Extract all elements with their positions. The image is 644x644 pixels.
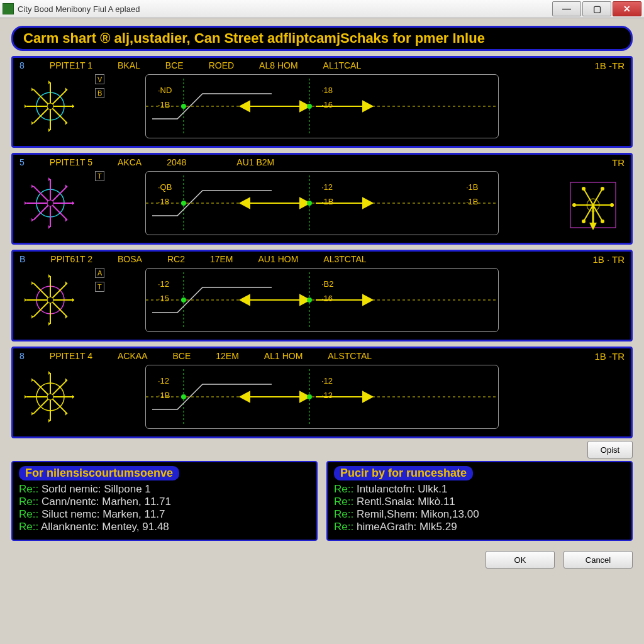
side-indicator: 1B -TR xyxy=(594,351,625,362)
svg-point-17 xyxy=(47,103,53,109)
opist-button[interactable]: Opist xyxy=(587,441,633,458)
banner-text: Carm shart ® alj,ustadier, Can Street ad… xyxy=(11,26,633,51)
svg-marker-25 xyxy=(363,101,372,111)
svg-point-67 xyxy=(582,187,586,191)
left-info-title: For nilensiscourtumsoenve xyxy=(19,466,179,480)
svg-line-107 xyxy=(33,397,50,414)
svg-marker-71 xyxy=(589,223,597,230)
maximize-button[interactable]: ▢ xyxy=(582,1,611,16)
info-line: Re:: Remil,Shem: Mikon,13.00 xyxy=(334,508,625,521)
svg-point-59 xyxy=(610,203,614,207)
window-title: City Bood Menibony Fiul A eplaed xyxy=(18,4,552,14)
info-line: Re:: Intulanctofn: Ulkk.1 xyxy=(334,483,625,496)
svg-line-60 xyxy=(593,205,602,221)
info-line: Re:: Sorld nemic: Sillpone 1 xyxy=(19,483,310,496)
svg-marker-8 xyxy=(31,121,33,125)
cam-panel-2[interactable]: B PPIT61T 2BOSARC217EMAU1 HOMAL3TCTAL 1B… xyxy=(11,250,633,341)
cancel-button[interactable]: Cancel xyxy=(564,551,633,569)
svg-marker-94 xyxy=(240,295,250,305)
svg-point-61 xyxy=(601,219,604,223)
svg-line-79 xyxy=(33,300,50,317)
svg-line-87 xyxy=(50,283,67,300)
compass-icon xyxy=(22,175,79,231)
mid-values: ·12·13 xyxy=(321,376,333,400)
panel-header: B PPIT61T 2BOSARC217EMAU1 HOMAL3TCTAL xyxy=(13,254,631,264)
svg-line-62 xyxy=(584,205,593,221)
titlebar: City Bood Menibony Fiul A eplaed — ▢ ✕ xyxy=(0,0,644,18)
cam-panel-3[interactable]: 8 PPITE1T 4ACKAABCE12EMAL1 HOMALSTCTAL 1… xyxy=(11,347,633,438)
compass-icon xyxy=(22,78,79,135)
svg-line-75 xyxy=(50,300,67,317)
svg-line-11 xyxy=(33,89,50,106)
left-values: ·12·1B xyxy=(158,376,170,400)
panel-header: 8 PPITE1T 1BKALBCEROEDAL8 HOMAL1TCAL xyxy=(13,60,631,70)
side-indicator: 1B · TR xyxy=(592,254,625,265)
cam-panel-1[interactable]: 5 PPITE1T 5AKCA2048AU1 B2M TR T xyxy=(11,153,633,245)
svg-point-117 xyxy=(47,394,53,400)
right-info-box: Pucir by for runceshate Re:: Intulanctof… xyxy=(326,461,633,541)
svg-marker-12 xyxy=(31,87,33,91)
side-indicator: 1B -TR xyxy=(594,60,625,71)
svg-line-115 xyxy=(50,380,67,397)
info-line: Re:: himeAGrath: Mlk5.29 xyxy=(334,521,625,533)
svg-point-65 xyxy=(572,203,576,207)
svg-line-35 xyxy=(33,203,50,220)
svg-marker-97 xyxy=(363,295,372,305)
side-indicator: TR xyxy=(612,157,625,168)
axis-labels: VB xyxy=(95,74,104,98)
svg-point-89 xyxy=(47,297,53,303)
info-line: Re:: Siluct nemc: Marken, 11.7 xyxy=(19,508,310,521)
ok-button[interactable]: OK xyxy=(486,551,555,569)
aux-compass-icon xyxy=(568,180,618,230)
svg-point-69 xyxy=(601,187,604,191)
left-values: ·QB·18 xyxy=(158,182,172,206)
svg-line-3 xyxy=(50,106,67,123)
svg-marker-74 xyxy=(72,298,74,302)
mid-values: ·18·16 xyxy=(321,86,333,109)
svg-marker-82 xyxy=(25,298,26,302)
panel-header: 8 PPITE1T 4ACKAABCE12EMAL1 HOMALSTCTAL xyxy=(13,351,631,361)
app-icon xyxy=(3,3,14,14)
compass-icon xyxy=(22,369,79,425)
svg-marker-30 xyxy=(72,201,74,205)
svg-marker-122 xyxy=(240,392,250,402)
compass-icon xyxy=(22,272,79,328)
svg-point-54 xyxy=(181,201,186,206)
svg-line-15 xyxy=(50,89,67,106)
axis-labels: AT xyxy=(95,268,104,292)
info-line: Re:: Rentl.Snala: Mlkò.11 xyxy=(334,496,625,508)
svg-line-83 xyxy=(33,283,50,300)
left-values: ·ND·1B xyxy=(158,86,172,109)
info-line: Re:: Cann/nentc: Marhen, 11.71 xyxy=(19,496,310,508)
svg-point-99 xyxy=(307,297,312,303)
svg-marker-40 xyxy=(31,184,33,188)
svg-marker-2 xyxy=(72,104,74,108)
svg-point-27 xyxy=(307,104,312,109)
svg-line-68 xyxy=(593,189,602,205)
svg-line-103 xyxy=(50,397,67,414)
svg-marker-38 xyxy=(25,201,26,205)
svg-point-55 xyxy=(307,201,312,206)
svg-line-31 xyxy=(50,203,67,220)
panel-header: 5 PPITE1T 5AKCA2048AU1 B2M xyxy=(13,157,631,167)
svg-line-66 xyxy=(584,189,593,205)
right-info-title: Pucir by for runceshate xyxy=(334,466,473,480)
close-button[interactable]: ✕ xyxy=(613,1,641,16)
svg-marker-112 xyxy=(31,378,33,382)
cam-panel-0[interactable]: 8 PPITE1T 1BKALBCEROEDAL8 HOMAL1TCAL 1B … xyxy=(11,56,633,148)
minimize-button[interactable]: — xyxy=(552,1,581,16)
left-values: ·12·15 xyxy=(158,279,169,303)
right-values: ·1B·1B xyxy=(466,182,479,206)
svg-point-63 xyxy=(582,219,586,223)
svg-marker-80 xyxy=(31,315,33,319)
svg-marker-102 xyxy=(72,395,74,399)
svg-point-98 xyxy=(181,297,186,303)
svg-line-7 xyxy=(33,106,50,123)
svg-point-26 xyxy=(181,104,186,109)
svg-marker-110 xyxy=(25,395,26,399)
svg-marker-108 xyxy=(31,412,33,416)
svg-marker-125 xyxy=(363,392,372,402)
left-info-box: For nilensiscourtumsoenve Re:: Sorld nem… xyxy=(11,461,318,541)
svg-point-126 xyxy=(181,394,186,399)
svg-line-39 xyxy=(33,186,50,203)
